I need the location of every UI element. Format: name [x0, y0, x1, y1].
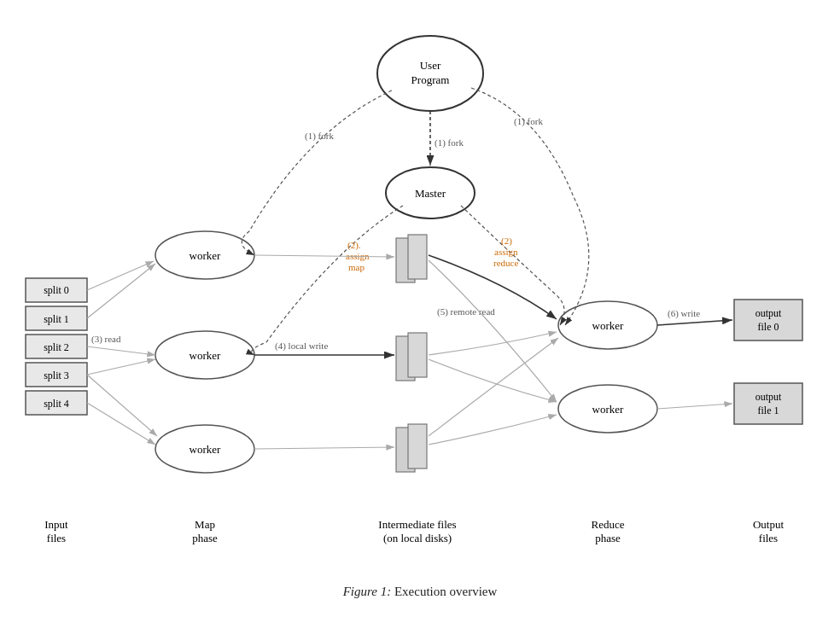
caption-prefix: Figure 1:: [343, 585, 392, 598]
read-label: (3) read: [91, 334, 121, 345]
intermediate2-to-reduce2: [429, 359, 557, 402]
output-file-0-label: output: [755, 307, 782, 319]
intermediate-file-3b: [408, 424, 427, 469]
assign-reduce-label2: assign: [494, 247, 518, 257]
intermediate3-to-reduce2: [429, 415, 557, 445]
intermediate-label: Intermediate files: [378, 518, 456, 531]
figure-caption: Figure 1: Execution overview: [343, 585, 498, 599]
intermediate-file-1b: [408, 235, 427, 279]
intermediate-file-2b: [408, 333, 427, 377]
reduce-phase-label2: phase: [595, 532, 621, 544]
intermediate-label2: (on local disks): [383, 532, 452, 544]
split2-to-worker2: [87, 346, 155, 355]
worker1-to-intermediate1: [254, 255, 394, 257]
assign-reduce-label: (2): [501, 236, 512, 247]
worker-map-3-label: worker: [190, 443, 221, 456]
split-label-3: split 3: [44, 370, 69, 381]
intermediate2-to-reduce1: [429, 332, 557, 355]
split-label-1: split 1: [44, 313, 69, 325]
user-program-label2: Program: [411, 73, 450, 86]
output-files-label2: files: [759, 532, 778, 544]
split4-to-worker3: [87, 403, 155, 445]
user-program-label: User: [420, 59, 441, 72]
diagram-container: split 0 split 1 split 2 split 3 split 4 …: [10, 18, 830, 581]
fork1-label: (1) fork: [305, 131, 334, 142]
assign-map-label: (2).: [347, 240, 361, 251]
split-label-0: split 0: [44, 284, 69, 296]
write-label: (6) write: [668, 308, 700, 319]
assign-reduce-label3: reduce: [493, 258, 518, 268]
caption-title: Execution overview: [394, 585, 497, 598]
fork2-label: (1) fork: [435, 137, 464, 148]
output-file-0-label2: file 0: [758, 321, 779, 333]
input-files-label2: files: [47, 532, 66, 544]
reduce-phase-label: Reduce: [592, 518, 625, 531]
assign-map-label3: map: [348, 262, 365, 272]
output-files-label: Output: [753, 518, 785, 531]
worker-map-2-label: worker: [190, 349, 221, 362]
local-write-label: (4) local write: [275, 341, 328, 352]
assign-map-arrow: [252, 206, 403, 355]
fork-arrow-worker1: [242, 90, 392, 255]
split1-to-worker1: [87, 264, 155, 318]
map-phase-label: Map: [195, 518, 215, 531]
worker3-to-intermediate3: [254, 447, 394, 449]
split-label-4: split 4: [44, 398, 69, 410]
master-label: Master: [415, 187, 446, 200]
map-phase-label2: phase: [192, 532, 218, 544]
output-file-0: [734, 300, 802, 341]
split3-to-worker3: [87, 375, 157, 436]
worker-map-1-label: worker: [190, 249, 221, 262]
remote-read-label: (5) remote read: [437, 306, 495, 317]
split-label-2: split 2: [44, 341, 69, 353]
worker-reduce-2-label: worker: [592, 403, 624, 416]
output-file-1-label: output: [755, 391, 782, 403]
split3-to-worker2: [87, 359, 155, 375]
output-file-1: [734, 383, 802, 424]
input-files-label: Input: [44, 518, 68, 531]
reduce1-to-output0: [657, 320, 732, 325]
fork3-label: (1) fork: [514, 116, 543, 127]
reduce2-to-output1: [657, 404, 732, 409]
worker-reduce-1-label: worker: [592, 319, 624, 332]
output-file-1-label2: file 1: [758, 405, 779, 416]
split0-to-worker1: [87, 261, 154, 290]
